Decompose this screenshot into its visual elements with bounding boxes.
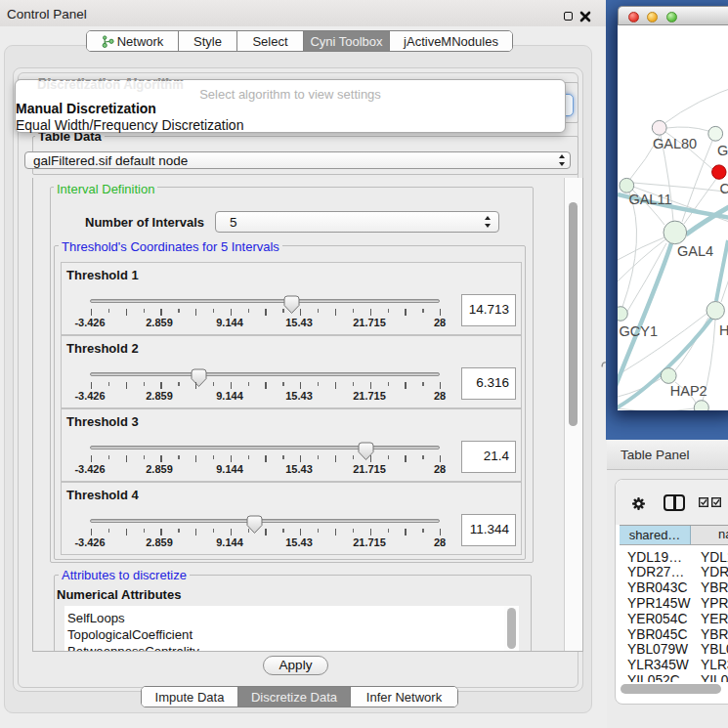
svg-text:GAL80: GAL80 bbox=[653, 136, 697, 151]
svg-text:C: C bbox=[720, 181, 728, 196]
svg-text:GAL4: GAL4 bbox=[677, 243, 713, 259]
svg-text:GAL11: GAL11 bbox=[628, 192, 671, 207]
svg-text:GCY1: GCY1 bbox=[620, 323, 659, 339]
svg-text:HAP2: HAP2 bbox=[670, 383, 707, 399]
svg-text:GA: GA bbox=[717, 143, 728, 158]
svg-text:H: H bbox=[719, 322, 728, 338]
